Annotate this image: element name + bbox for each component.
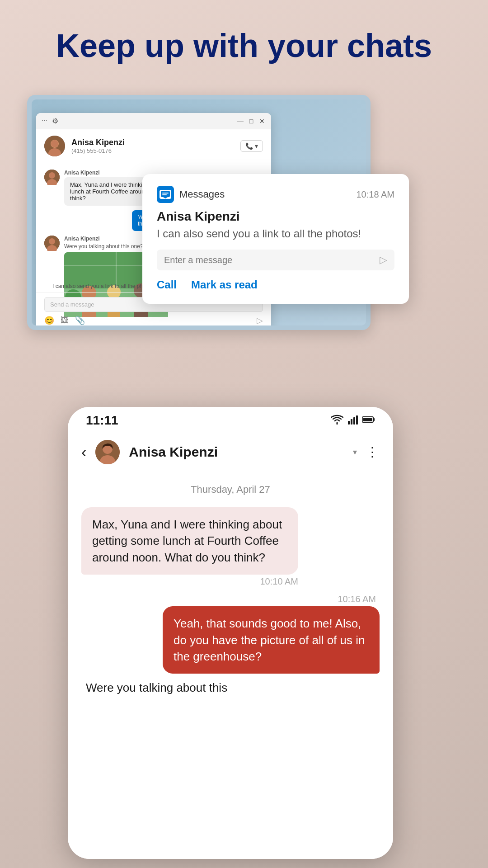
partial-message: Were you talking about this [81,681,232,695]
notif-app-icon [157,186,174,203]
more-options-button[interactable]: ⋮ [366,444,380,459]
message-bubble-sent: Yeah, that sounds good to me! Also, do y… [163,606,380,674]
mark-as-read-button[interactable]: Mark as read [191,278,258,291]
notif-input-row: ▷ [157,250,394,270]
phone-statusbar: 11:11 [68,407,393,434]
message-bubble-received: Max, Yuna and I were thinking about gett… [81,507,298,575]
svg-rect-31 [373,418,375,421]
image-icon[interactable]: 🖼 [61,316,69,326]
call-action-button[interactable]: Call [157,278,177,291]
table-row: Were you talking about this [81,681,380,695]
signal-icon [348,415,358,427]
avatar [44,236,60,251]
table-row: Max, Yuna and I were thinking about gett… [81,507,380,587]
notif-app-info: Messages [157,186,225,203]
wifi-icon [331,415,343,427]
received-message-container: Max, Yuna and I were thinking about gett… [81,507,298,587]
notif-send-icon[interactable]: ▷ [380,254,387,266]
svg-point-3 [51,140,58,147]
svg-rect-26 [348,421,350,425]
contact-info: Anisa Kipenzi (415) 555-0176 [71,138,234,154]
avatar [44,136,65,156]
ellipsis-icon[interactable]: ··· [42,117,47,125]
contact-name: Anisa Kipenzi [71,138,234,147]
svg-rect-25 [162,194,167,195]
notif-message-text: I can also send you a link to all the ph… [157,226,394,241]
contact-header: Anisa Kipenzi (415) 555-0176 📞 ▾ [36,129,271,163]
status-time: 11:11 [86,413,118,428]
notification-popup: Messages 10:18 AM Anisa Kipenzi I can al… [142,174,409,304]
svg-rect-24 [162,193,169,193]
svg-rect-28 [353,417,355,425]
avatar [95,440,120,464]
table-row: 10:16 AM Yeah, that sounds good to me! A… [81,594,380,674]
notif-header: Messages 10:18 AM [157,186,394,203]
svg-point-5 [49,172,55,179]
chevron-down-icon[interactable]: ▾ [353,447,357,457]
settings-icon[interactable]: ⚙ [52,117,58,125]
close-button[interactable]: ✕ [258,118,266,125]
phone-mockup: 11:11 [68,407,393,859]
notif-contact-name: Anisa Kipenzi [157,209,394,224]
svg-rect-32 [363,418,372,421]
sent-message-container: 10:16 AM Yeah, that sounds good to me! A… [163,594,380,674]
page-title: Keep up with your chats [0,27,488,65]
notif-actions: Call Mark as read [157,278,394,291]
minimize-button[interactable]: — [237,118,244,125]
emoji-icon[interactable]: 😊 [44,316,54,326]
notif-app-name: Messages [179,189,225,200]
phone-icon: 📞 [245,142,253,150]
notif-time: 10:18 AM [356,189,394,200]
maximize-button[interactable]: □ [248,118,255,125]
svg-rect-27 [351,419,352,425]
status-icons [331,415,375,427]
back-button[interactable]: ‹ [81,443,86,461]
date-divider: Thursday, April 27 [81,484,380,495]
svg-rect-22 [161,191,170,197]
win-titlebar: ··· ⚙ — □ ✕ [36,113,271,129]
send-icon[interactable]: ▷ [257,316,263,326]
phone-chat: Thursday, April 27 Max, Yuna and I were … [68,470,393,859]
message-time: 10:10 AM [260,576,298,587]
input-icons: 😊 🖼 📎 ▷ [44,316,263,326]
contact-phone: (415) 555-0176 [71,147,234,154]
phone-contact-name-area: Anisa Kipenzi ▾ [129,444,357,460]
win-controls: — □ ✕ [237,118,266,125]
battery-icon [362,415,375,426]
svg-marker-23 [163,197,168,198]
notif-reply-input[interactable] [164,255,374,265]
call-button[interactable]: 📞 ▾ [240,140,263,152]
win-menu-icons: ··· ⚙ [42,117,58,125]
messages-icon [160,190,171,199]
message-time: 10:16 AM [338,594,376,604]
attachment-icon[interactable]: 📎 [75,316,85,326]
call-dropdown: ▾ [255,142,258,150]
svg-rect-29 [356,415,358,425]
svg-point-8 [49,238,55,245]
avatar [44,170,60,185]
phone-header: ‹ Anisa Kipenzi ▾ ⋮ [68,434,393,470]
phone-contact-name: Anisa Kipenzi [129,444,350,460]
